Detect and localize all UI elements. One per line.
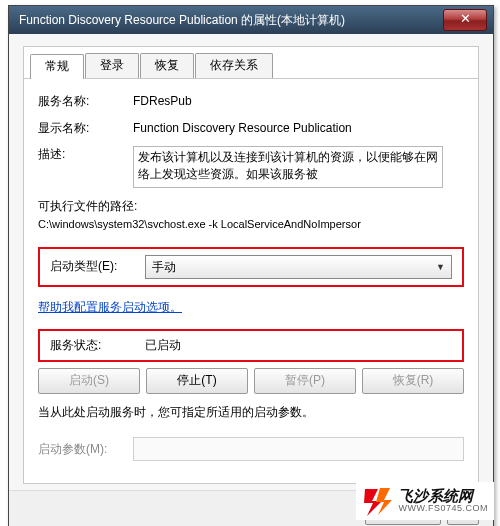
tab-strip: 常规 登录 恢复 依存关系 — [24, 47, 478, 79]
row-service-name: 服务名称: FDResPub — [38, 93, 464, 110]
svg-marker-1 — [376, 488, 392, 515]
start-button[interactable]: 启动(S) — [38, 368, 140, 394]
site-watermark: 飞沙系统网 WWW.FS0745.COM — [356, 482, 494, 520]
highlight-startup-type: 启动类型(E): 手动 ▼ — [38, 247, 464, 287]
label-exe-path: 可执行文件的路径: — [38, 198, 464, 215]
row-startup-type: 启动类型(E): 手动 ▼ — [50, 255, 452, 279]
tab-general[interactable]: 常规 — [30, 54, 84, 79]
row-description: 描述: — [38, 146, 464, 188]
startup-type-value: 手动 — [152, 257, 176, 277]
resume-button[interactable]: 恢复(R) — [362, 368, 464, 394]
row-service-status: 服务状态: 已启动 — [50, 337, 452, 354]
label-service-name: 服务名称: — [38, 93, 133, 110]
client-area: 常规 登录 恢复 依存关系 服务名称: FDResPub 显示名称: Funct… — [9, 34, 493, 490]
stop-button[interactable]: 停止(T) — [146, 368, 248, 394]
watermark-cn: 飞沙系统网 — [398, 488, 488, 505]
watermark-en: WWW.FS0745.COM — [398, 504, 488, 514]
value-display-name: Function Discovery Resource Publication — [133, 120, 464, 137]
value-service-status: 已启动 — [145, 337, 452, 354]
value-service-name: FDResPub — [133, 93, 464, 110]
close-button[interactable]: ✕ — [443, 9, 487, 31]
content-frame: 常规 登录 恢复 依存关系 服务名称: FDResPub 显示名称: Funct… — [23, 46, 479, 484]
startup-type-dropdown[interactable]: 手动 ▼ — [145, 255, 452, 279]
properties-dialog: Function Discovery Resource Publication … — [8, 5, 494, 526]
start-params-input[interactable] — [133, 437, 464, 461]
label-display-name: 显示名称: — [38, 120, 133, 137]
start-params-hint: 当从此处启动服务时，您可指定所适用的启动参数。 — [38, 404, 464, 421]
watermark-logo-icon — [362, 486, 392, 516]
row-start-params: 启动参数(M): — [38, 437, 464, 461]
tab-logon[interactable]: 登录 — [85, 53, 139, 78]
pause-button[interactable]: 暂停(P) — [254, 368, 356, 394]
label-startup-type: 启动类型(E): — [50, 258, 145, 275]
description-textbox[interactable] — [133, 146, 443, 188]
service-control-buttons: 启动(S) 停止(T) 暂停(P) 恢复(R) — [38, 368, 464, 394]
chevron-down-icon: ▼ — [436, 257, 445, 277]
title-bar[interactable]: Function Discovery Resource Publication … — [9, 6, 493, 34]
highlight-service-status: 服务状态: 已启动 — [38, 329, 464, 362]
label-start-params: 启动参数(M): — [38, 441, 133, 458]
row-display-name: 显示名称: Function Discovery Resource Public… — [38, 120, 464, 137]
tab-body: 服务名称: FDResPub 显示名称: Function Discovery … — [24, 79, 478, 483]
tab-dependencies[interactable]: 依存关系 — [195, 53, 273, 78]
window-title: Function Discovery Resource Publication … — [19, 12, 345, 29]
watermark-text: 飞沙系统网 WWW.FS0745.COM — [398, 488, 488, 514]
value-exe-path: C:\windows\system32\svchost.exe -k Local… — [38, 217, 464, 232]
tab-recovery[interactable]: 恢复 — [140, 53, 194, 78]
help-link[interactable]: 帮助我配置服务启动选项。 — [38, 299, 182, 316]
label-description: 描述: — [38, 146, 133, 188]
label-service-status: 服务状态: — [50, 337, 145, 354]
